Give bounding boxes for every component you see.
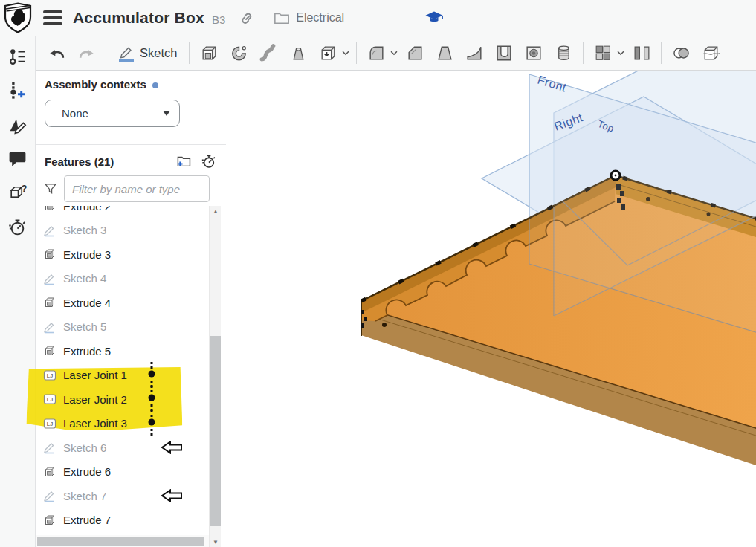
extrude-feature-icon xyxy=(43,514,56,527)
undo-button[interactable] xyxy=(42,39,71,67)
feature-panel: Assembly contexts None Features (21) Ext… xyxy=(36,71,227,547)
education-cap-icon[interactable] xyxy=(424,9,444,27)
panel-divider xyxy=(36,144,226,145)
origin-point[interactable] xyxy=(611,171,620,180)
hamburger-menu-icon[interactable] xyxy=(43,10,62,25)
feature-label: Extrude 6 xyxy=(63,465,111,478)
feature-row-extrude-5[interactable]: Extrude 5 xyxy=(36,339,209,363)
undo-icon xyxy=(47,43,67,63)
left-rail xyxy=(0,36,36,547)
3d-viewport[interactable]: Front Right Top xyxy=(227,71,756,547)
revolve-icon xyxy=(229,43,249,63)
feature-row-sketch-7[interactable]: Sketch 7 xyxy=(36,484,209,508)
feature-label: Extrude 5 xyxy=(63,345,111,357)
shell-button[interactable] xyxy=(489,39,519,67)
assembly-contexts-dropdown[interactable]: None xyxy=(45,100,180,127)
horizontal-scrollbar-thumb[interactable] xyxy=(37,537,204,546)
feature-row-extrude-6[interactable]: Extrude 6 xyxy=(36,460,209,485)
feature-row-sketch-5[interactable]: Sketch 5 xyxy=(36,315,209,340)
pattern-menu-caret-icon[interactable] xyxy=(615,39,627,67)
sketch-button[interactable]: Sketch xyxy=(111,39,184,67)
vertical-scrollbar[interactable]: ▲ ▼ xyxy=(209,206,221,547)
feature-row-sketch-4[interactable]: Sketch 4 xyxy=(36,267,209,291)
feature-label: Extrude 2 xyxy=(63,206,111,213)
feature-row-sketch-3[interactable]: Sketch 3 xyxy=(36,219,209,243)
redo-button[interactable] xyxy=(71,39,101,67)
fillet-menu-caret-icon[interactable] xyxy=(388,39,400,67)
extrude-icon xyxy=(199,43,219,63)
sketch-feature-icon xyxy=(43,441,56,454)
thicken-menu-caret-icon[interactable] xyxy=(340,39,352,67)
vertical-scrollbar-thumb[interactable] xyxy=(210,336,221,526)
linear-pattern-button[interactable] xyxy=(588,39,618,67)
comment-bubble-icon[interactable] xyxy=(5,146,30,171)
feature-row-laser-joint-2[interactable]: LJLaser Joint 2 xyxy=(36,387,209,412)
rib-button[interactable] xyxy=(459,39,489,67)
horizontal-scrollbar[interactable] xyxy=(36,535,209,547)
cubearrow-icon xyxy=(318,43,338,63)
draft-button[interactable] xyxy=(430,39,459,67)
link-icon[interactable] xyxy=(239,9,256,27)
thread-icon xyxy=(554,43,574,63)
feature-row-extrude-4[interactable]: Extrude 4 xyxy=(36,291,209,315)
shell-icon xyxy=(494,43,514,63)
features-title: Features (21) xyxy=(45,155,167,168)
redo-icon xyxy=(77,43,97,63)
folder-name-label[interactable]: Electrical xyxy=(296,11,344,25)
svg-text:LJ: LJ xyxy=(47,396,53,403)
boolean-button[interactable] xyxy=(666,39,696,67)
rollback-timer-icon[interactable] xyxy=(201,153,217,169)
stopwatch-icon[interactable] xyxy=(5,214,30,239)
feature-row-extrude-3[interactable]: Extrude 3 xyxy=(36,242,209,267)
feature-label: Sketch 6 xyxy=(63,441,106,454)
feature-row-laser-joint-1[interactable]: LJLaser Joint 1 xyxy=(36,363,209,388)
split-button[interactable] xyxy=(696,39,726,67)
feature-row-extrude-7[interactable]: Extrude 7 xyxy=(36,508,209,533)
cube-question-icon[interactable] xyxy=(5,180,30,205)
chamfer-button[interactable] xyxy=(400,39,430,67)
folder-icon[interactable] xyxy=(273,10,291,26)
scroll-up-arrow[interactable]: ▲ xyxy=(210,206,222,216)
info-dot-icon xyxy=(152,82,158,88)
extrude-feature-icon xyxy=(43,247,56,261)
version-badge[interactable]: B3 xyxy=(212,13,225,26)
feature-row-laser-joint-3[interactable]: LJLaser Joint 3 xyxy=(36,412,209,436)
sketch-feature-icon xyxy=(43,489,56,502)
revolve-button[interactable] xyxy=(224,39,253,67)
sketch-feature-icon xyxy=(43,272,56,285)
add-folder-icon[interactable] xyxy=(175,153,192,169)
shield-crest-logo-icon[interactable] xyxy=(1,1,34,35)
extrude-feature-icon xyxy=(43,296,56,309)
toolbar-divider xyxy=(583,42,584,64)
sweep-button[interactable] xyxy=(253,39,283,67)
feature-filter-input[interactable] xyxy=(64,175,210,202)
fillet-button[interactable] xyxy=(361,39,391,67)
assembly-contexts-title: Assembly contexts xyxy=(45,78,146,91)
feature-label: Extrude 3 xyxy=(63,248,111,261)
extrude-button[interactable] xyxy=(194,39,224,67)
sweep-icon xyxy=(259,43,279,63)
draft-icon xyxy=(435,43,455,63)
toolbar-divider xyxy=(106,42,106,64)
chamfer-icon xyxy=(405,43,425,63)
toolbar-divider xyxy=(661,42,662,64)
edit-triangle-pencil-icon[interactable] xyxy=(5,111,30,137)
thread-button[interactable] xyxy=(549,39,578,67)
mirror-icon xyxy=(632,43,652,63)
feature-row-extrude-2[interactable]: Extrude 2 xyxy=(36,206,209,219)
laser-joint-feature-icon: LJ xyxy=(43,369,56,382)
insert-plus-icon[interactable] xyxy=(5,77,30,103)
versions-history-icon[interactable] xyxy=(5,43,30,68)
mirror-button[interactable] xyxy=(627,39,656,67)
hole-icon xyxy=(524,43,544,63)
feature-row-sketch-6[interactable]: Sketch 6 xyxy=(36,436,209,460)
sketch-button-label: Sketch xyxy=(140,46,177,60)
scroll-down-arrow[interactable]: ▼ xyxy=(210,537,222,547)
loft-button[interactable] xyxy=(283,39,313,67)
thicken-button[interactable] xyxy=(313,39,343,67)
feature-label: Laser Joint 1 xyxy=(63,369,127,381)
filter-funnel-icon[interactable] xyxy=(43,181,58,196)
hole-button[interactable] xyxy=(519,39,549,67)
extrude-feature-icon xyxy=(43,344,56,357)
vertical-dots-badge-icon xyxy=(147,410,156,437)
